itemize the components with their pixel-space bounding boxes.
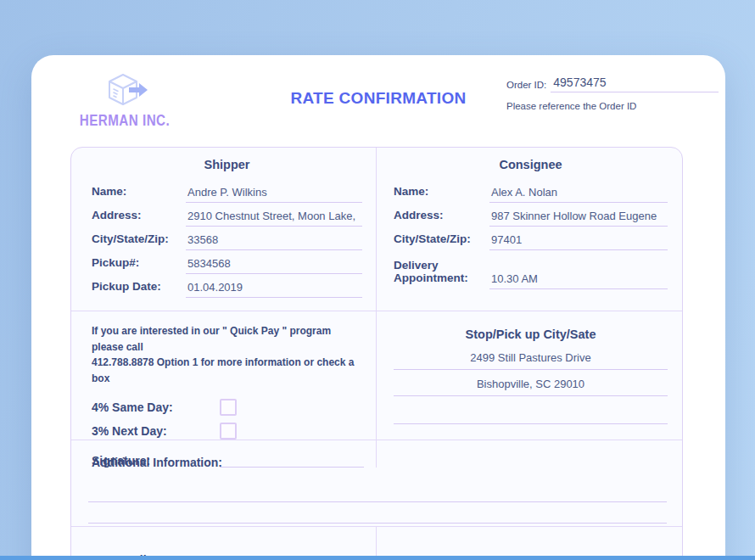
shipper-citystatezip-field[interactable]: 33568 — [186, 233, 362, 250]
next-day-option-row: 3% Next Day: — [92, 419, 364, 443]
shipper-pickup-date-field[interactable]: 01.04.2019 — [186, 281, 362, 298]
next-day-checkbox[interactable] — [220, 423, 237, 440]
same-day-label: 4% Same Day: — [92, 400, 220, 414]
shipper-address-row: Address: 2910 Chestnut Street, Moon Lake… — [92, 203, 362, 227]
shipper-section: Shipper Name: Andre P. Wilkins Address: … — [71, 148, 377, 311]
shipper-name-row: Name: Andre P. Wilkins — [92, 179, 362, 203]
consignee-address-row: Address: 987 Skinner Hollow Road Eugene — [394, 203, 668, 227]
consignee-section: Consignee Name: Alex A. Nolan Address: 9… — [377, 148, 682, 311]
stop-pickup-line-1[interactable]: 2499 Still Pastures Drive — [394, 351, 668, 370]
quick-pay-note: If you are interested in our " Quick Pay… — [92, 323, 364, 386]
order-id-field[interactable]: 49573475 — [551, 76, 719, 92]
delivery-appointment-row: Delivery Appointment: 10.30 AM — [394, 250, 668, 289]
quick-pay-note-line1: If you are interested in our " Quick Pay… — [92, 323, 364, 355]
shipper-citystatezip-label: City/State/Zip: — [92, 232, 186, 250]
shipper-name-field[interactable]: Andre P. Wilkins — [186, 186, 362, 203]
consignee-address-label: Address: — [394, 209, 489, 227]
stop-pickup-section: Stop/Pick up City/Sate 2499 Still Pastur… — [377, 311, 682, 468]
rate-confirmation-form: Shipper Name: Andre P. Wilkins Address: … — [70, 147, 683, 560]
bottom-edge-bar — [0, 556, 755, 560]
delivery-appointment-field[interactable]: 10.30 AM — [489, 272, 668, 289]
same-day-checkbox[interactable] — [220, 399, 237, 416]
signature-field[interactable] — [220, 467, 364, 468]
brand-name: HERMAN INC. — [76, 112, 173, 129]
shipper-pickup-number-label: Pickup#: — [92, 256, 186, 274]
quick-pay-section: If you are interested in our " Quick Pay… — [71, 311, 377, 468]
consignee-name-label: Name: — [394, 185, 489, 203]
next-day-label: 3% Next Day: — [92, 424, 220, 438]
same-day-option-row: 4% Same Day: — [92, 395, 364, 419]
additional-info-line-2[interactable] — [88, 502, 667, 524]
shipper-pickup-date-label: Pickup Date: — [92, 280, 186, 298]
shipper-pickup-number-row: Pickup#: 5834568 — [92, 250, 362, 274]
order-id-block: Order ID: 49573475 Please reference the … — [506, 76, 719, 111]
shipper-address-field[interactable]: 2910 Chestnut Street, Moon Lake, — [186, 210, 362, 227]
consignee-citystatezip-field[interactable]: 97401 — [489, 233, 668, 250]
shipper-pickup-date-row: Pickup Date: 01.04.2019 — [92, 274, 362, 298]
shipper-address-label: Address: — [92, 209, 186, 227]
desktop-background: HERMAN INC. RATE CONFIRMATION Order ID: … — [0, 0, 755, 560]
shipper-citystatezip-row: City/State/Zip: 33568 — [92, 227, 362, 250]
quick-pay-note-line2: 412.788.8878 Option 1 for more informati… — [92, 355, 364, 386]
delivery-appointment-label: Delivery Appointment: — [394, 259, 489, 289]
shipper-pickup-number-field[interactable]: 5834568 — [186, 257, 362, 274]
stop-pickup-line-3[interactable] — [394, 406, 668, 424]
consignee-name-field[interactable]: Alex A. Nolan — [489, 186, 668, 203]
order-id-note: Please reference the Order ID — [506, 101, 719, 111]
shipper-name-label: Name: — [92, 185, 186, 203]
consignee-citystatezip-row: City/State/Zip: 97401 — [394, 227, 668, 250]
additional-info-line-1[interactable] — [88, 484, 667, 502]
consignee-name-row: Name: Alex A. Nolan — [394, 179, 668, 203]
shipper-header: Shipper — [92, 158, 362, 171]
consignee-header: Consignee — [394, 158, 668, 171]
rate-confirmation-document: HERMAN INC. RATE CONFIRMATION Order ID: … — [31, 55, 725, 560]
stop-pickup-line-2[interactable]: Bishopville, SC 29010 — [394, 378, 668, 396]
stop-pickup-header: Stop/Pick up City/Sate — [394, 328, 668, 341]
order-id-label: Order ID: — [506, 80, 546, 92]
consignee-address-field[interactable]: 987 Skinner Hollow Road Eugene — [489, 210, 668, 227]
consignee-citystatezip-label: City/State/Zip: — [394, 232, 489, 250]
